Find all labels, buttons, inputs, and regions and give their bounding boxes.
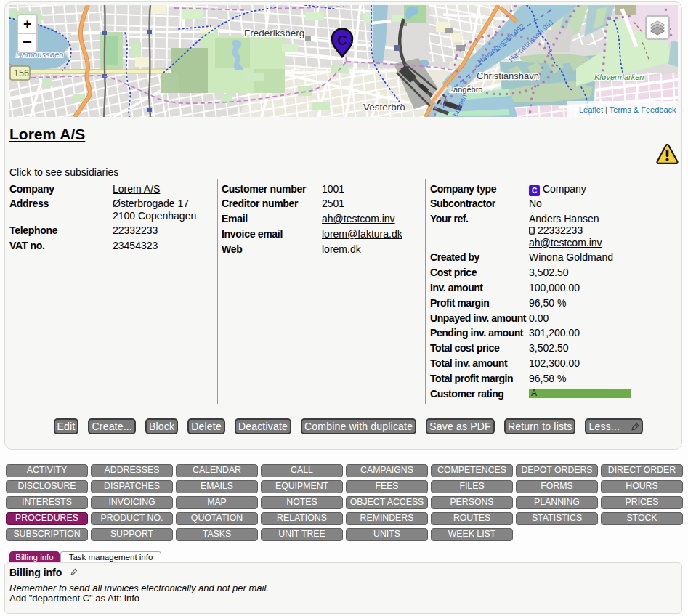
svg-text:Frederiksberg: Frederiksberg: [244, 28, 304, 38]
svg-text:Christianshavn: Christianshavn: [477, 70, 539, 81]
svg-text:156: 156: [14, 68, 29, 78]
svg-text:Vesterbro: Vesterbro: [363, 102, 405, 113]
svg-text:Leaflet | Terms & Feedback: Leaflet | Terms & Feedback: [579, 105, 676, 114]
svg-text:Langebro: Langebro: [449, 85, 483, 94]
svg-text:Kløvermarken: Kløvermarken: [594, 73, 644, 81]
svg-text:C: C: [337, 33, 347, 48]
